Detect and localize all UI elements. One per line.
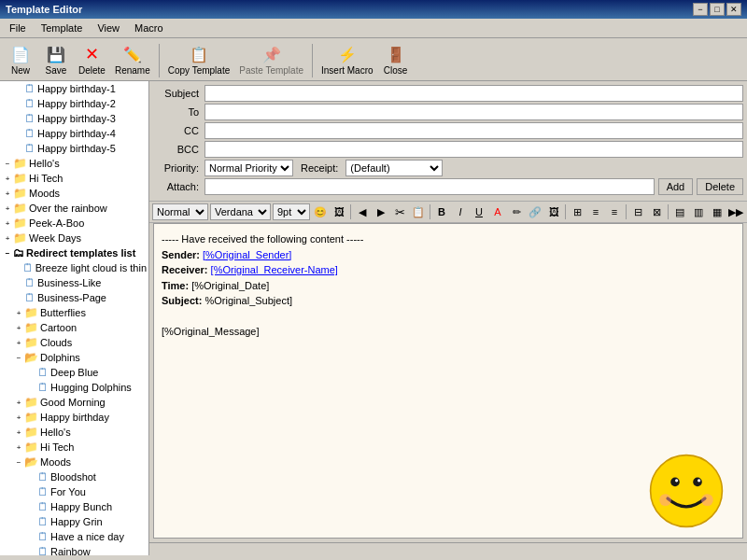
- file-icon: 🗒: [37, 545, 49, 555]
- italic-button[interactable]: I: [452, 203, 469, 220]
- more-button[interactable]: ▶▶: [727, 203, 744, 220]
- sidebar-item-happybday[interactable]: + 📁 Happy birthday: [0, 410, 148, 425]
- font-select[interactable]: Verdana: [210, 203, 271, 220]
- smiley-button[interactable]: 😊: [312, 203, 329, 220]
- expand-icon: −: [2, 249, 13, 258]
- insert-image-button[interactable]: 🖼: [545, 203, 562, 220]
- delete-attach-button[interactable]: Delete: [697, 178, 743, 195]
- undo-button[interactable]: ◀: [354, 203, 371, 220]
- cut-button[interactable]: ✂: [391, 203, 408, 220]
- list-item[interactable]: 🗒 Deep Blue: [0, 365, 148, 380]
- sidebar-item-redirect[interactable]: − 🗂 Redirect templates list: [0, 245, 148, 260]
- expand-icon: −: [13, 354, 24, 362]
- underline-button[interactable]: U: [471, 203, 487, 220]
- expand-icon: +: [13, 428, 24, 437]
- sidebar-item-rainbow[interactable]: + 📁 Over the rainbow: [0, 201, 148, 216]
- list-item[interactable]: 🗒 For You: [0, 484, 148, 499]
- to-input[interactable]: [204, 104, 743, 120]
- align-right-button[interactable]: ▦: [709, 203, 726, 220]
- list-item[interactable]: 🗒 Breeze light cloud is thin: [0, 260, 148, 275]
- priority-label: Priority:: [153, 162, 204, 174]
- menu-file[interactable]: File: [4, 21, 32, 35]
- list-item[interactable]: 🗒 Happy birthday-5: [0, 141, 148, 156]
- toolbar: 📄 New 💾 Save ✕ Delete ✏️ Rename 📋 Copy T…: [0, 38, 747, 81]
- sidebar-item-dolphins[interactable]: − 📂 Dolphins: [0, 350, 148, 365]
- attach-input[interactable]: [204, 178, 655, 195]
- sidebar: 🗒 Happy birthday-1 🗒 Happy birthday-2 🗒 …: [0, 81, 149, 555]
- list-item[interactable]: 🗒 Happy birthday-2: [0, 96, 148, 111]
- rename-button[interactable]: ✏️ Rename: [111, 41, 154, 77]
- indent-less-button[interactable]: ⊟: [629, 203, 646, 220]
- close-button[interactable]: ✕: [726, 3, 741, 16]
- tree-item-label: Deep Blue: [50, 367, 98, 378]
- link-button[interactable]: 🔗: [527, 203, 543, 220]
- list-item[interactable]: 🗒 Happy birthday-3: [0, 111, 148, 126]
- maximize-button[interactable]: □: [710, 3, 725, 16]
- folder-icon: 📁: [24, 336, 38, 349]
- sidebar-item-cartoon[interactable]: + 📁 Cartoon: [0, 320, 148, 335]
- file-icon: 🗒: [24, 127, 35, 140]
- tree-item-label: Business-Page: [37, 292, 106, 303]
- align-left-button[interactable]: ▤: [671, 203, 688, 220]
- list-item[interactable]: 🗒 Have a nice day: [0, 529, 148, 544]
- cc-input[interactable]: [204, 122, 743, 139]
- subject-input[interactable]: [204, 85, 743, 102]
- redo-button[interactable]: ▶: [373, 203, 389, 220]
- menu-view[interactable]: View: [92, 21, 125, 35]
- list-item[interactable]: 🗒 Business-Like: [0, 275, 148, 290]
- tree-item-label: Have a nice day: [50, 531, 124, 542]
- copy-button[interactable]: 📋: [410, 203, 427, 220]
- add-button[interactable]: Add: [658, 178, 694, 195]
- horizontal-scrollbar[interactable]: [149, 542, 747, 555]
- receipt-select[interactable]: (Default) Request Receipt: [345, 160, 443, 176]
- align-center-button[interactable]: ▥: [690, 203, 707, 220]
- save-button[interactable]: 💾 Save: [39, 41, 73, 77]
- list-item[interactable]: 🗒 Business-Page: [0, 290, 148, 305]
- menu-template[interactable]: Template: [35, 21, 89, 35]
- sidebar-item-clouds[interactable]: + 📁 Clouds: [0, 335, 148, 350]
- sidebar-item-weekdays[interactable]: + 📁 Week Days: [0, 231, 148, 245]
- size-select[interactable]: 9pt: [273, 203, 310, 220]
- delete-button[interactable]: ✕ Delete: [75, 41, 109, 77]
- sidebar-item-moods2[interactable]: − 📂 Moods: [0, 455, 148, 469]
- sidebar-item-hitech2[interactable]: + 📁 Hi Tech: [0, 440, 148, 455]
- minimize-button[interactable]: −: [693, 3, 708, 16]
- ul-button[interactable]: ≡: [587, 203, 604, 220]
- sidebar-item-hellos[interactable]: − 📁 Hello's: [0, 156, 148, 171]
- image-button[interactable]: 🖼: [331, 203, 347, 220]
- list-item[interactable]: 🗒 Happy Grin: [0, 514, 148, 529]
- table-button[interactable]: ⊞: [569, 203, 585, 220]
- style-select[interactable]: Normal: [152, 203, 208, 220]
- highlight-button[interactable]: ✏: [508, 203, 525, 220]
- list-item[interactable]: 🗒 Bloodshot: [0, 469, 148, 484]
- new-button[interactable]: 📄 New: [4, 41, 37, 77]
- menu-macro[interactable]: Macro: [129, 21, 169, 35]
- copy-template-button[interactable]: 📋 Copy Template: [164, 41, 234, 77]
- title-bar-buttons: − □ ✕: [693, 3, 741, 16]
- list-item[interactable]: 🗒 Hugging Dolphins: [0, 380, 148, 395]
- editor-area[interactable]: ----- Have received the following conten…: [153, 223, 743, 539]
- bcc-input[interactable]: [204, 141, 743, 158]
- svg-point-1: [670, 478, 680, 487]
- bold-button[interactable]: B: [433, 203, 450, 220]
- priority-select[interactable]: Normal Priority High Priority Low Priori…: [204, 160, 293, 176]
- sidebar-item-peek[interactable]: + 📁 Peek-A-Boo: [0, 216, 148, 231]
- list-item[interactable]: 🗒 Happy birthday-1: [0, 81, 148, 96]
- sidebar-item-hellos2[interactable]: + 📁 Hello's: [0, 425, 148, 440]
- list-item[interactable]: 🗒 Rainbow: [0, 544, 148, 555]
- list-item[interactable]: 🗒 Happy birthday-4: [0, 126, 148, 141]
- insert-macro-button[interactable]: ⚡ Insert Macro: [317, 41, 377, 77]
- font-color-button[interactable]: A: [489, 203, 506, 220]
- close-toolbar-button[interactable]: 🚪 Close: [379, 41, 413, 77]
- paste-template-button[interactable]: 📌 Paste Template: [235, 41, 307, 77]
- sender-value: [%Original_Sender]: [203, 249, 291, 260]
- tree-item-label: Happy birthday-2: [37, 98, 116, 109]
- list-item[interactable]: 🗒 Happy Bunch: [0, 499, 148, 514]
- fmt-sep-3: [565, 204, 566, 219]
- sidebar-item-butterflies[interactable]: + 📁 Butterflies: [0, 305, 148, 320]
- sidebar-item-hitech[interactable]: + 📁 Hi Tech: [0, 171, 148, 186]
- sidebar-item-goodmorning[interactable]: + 📁 Good Morning: [0, 395, 148, 410]
- indent-more-button[interactable]: ⊠: [648, 203, 665, 220]
- sidebar-item-moods[interactable]: + 📁 Moods: [0, 186, 148, 201]
- ol-button[interactable]: ≡: [606, 203, 623, 220]
